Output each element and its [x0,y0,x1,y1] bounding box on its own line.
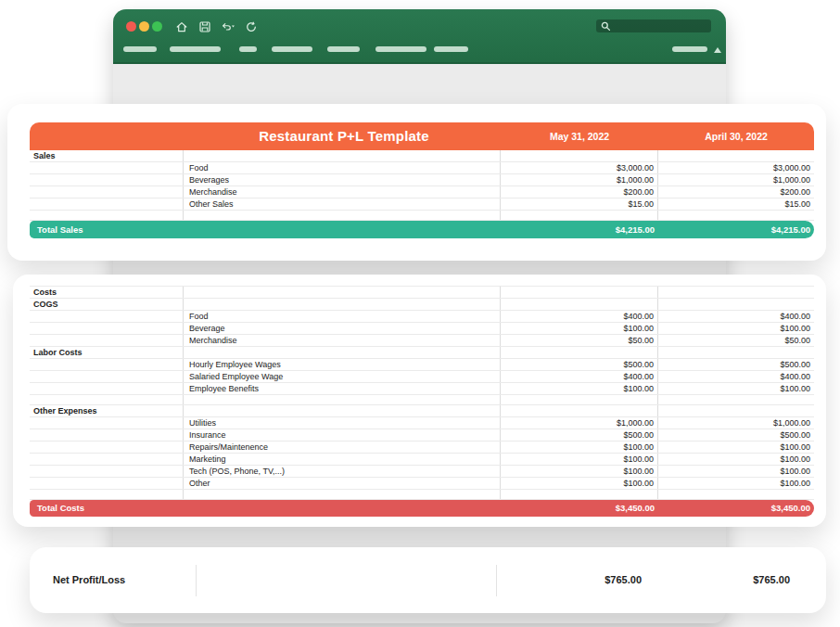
cell-item[interactable]: Salaried Employee Wage [184,371,501,382]
cell-category[interactable] [30,162,184,173]
cell-may-value[interactable]: $100.00 [501,441,658,453]
cell-may-value[interactable]: $200.00 [501,186,658,198]
cell-item[interactable]: Food [184,162,501,173]
cell-item[interactable]: Tech (POS, Phone, TV,...) [184,466,501,477]
spreadsheet-row[interactable]: Beverages$1,000.00$1,000.00 [30,174,814,186]
cell-item[interactable]: Insurance [184,429,501,441]
cell-may-value[interactable]: $100.00 [501,383,658,394]
total-costs-row[interactable]: Total Costs $3,450.00 $3,450.00 [30,500,814,517]
spreadsheet-row[interactable]: Other Expenses [30,405,814,417]
cell-category[interactable] [30,429,184,441]
cell-item[interactable] [184,347,501,358]
cell-category[interactable] [30,383,184,394]
cell-april-value[interactable] [658,299,814,310]
cell-item[interactable] [184,490,501,499]
cell-category[interactable] [30,478,184,489]
cell-april-value[interactable]: $100.00 [658,466,814,477]
cell-may-value[interactable] [501,287,658,298]
cell-april-value[interactable]: $100.00 [658,478,814,489]
cell-category[interactable]: Labor Costs [30,347,184,358]
spreadsheet-row[interactable]: Utilities$1,000.00$1,000.00 [30,417,814,429]
cell-may-value[interactable]: $1,000.00 [501,174,658,186]
cell-category[interactable] [30,323,184,334]
net-april-value[interactable]: $765.00 [642,547,790,613]
spreadsheet-row[interactable]: Insurance$500.00$500.00 [30,429,814,441]
cell-item[interactable] [184,150,501,161]
cell-may-value[interactable] [501,490,658,499]
cell-category[interactable] [30,441,184,453]
cell-may-value[interactable]: $100.00 [501,323,658,334]
menu-pill[interactable] [170,46,221,52]
cell-category[interactable]: Costs [30,287,184,298]
cell-may-value[interactable] [501,347,658,358]
cell-item[interactable]: Food [184,311,501,322]
cell-category[interactable] [30,417,184,429]
spreadsheet-row[interactable]: Food$3,000.00$3,000.00 [30,162,814,174]
cell-item[interactable] [184,395,501,404]
spreadsheet-row[interactable]: Sales [30,150,814,162]
spreadsheet-row[interactable]: Tech (POS, Phone, TV,...)$100.00$100.00 [30,466,814,478]
cell-april-value[interactable]: $1,000.00 [658,417,814,429]
cell-april-value[interactable] [658,211,814,220]
cell-may-value[interactable]: $1,000.00 [501,417,658,429]
cell-may-value[interactable]: $3,000.00 [501,162,658,173]
menu-pill[interactable] [672,46,707,52]
cell-may-value[interactable] [501,299,658,310]
cell-may-value[interactable]: $400.00 [501,311,658,322]
net-may-value[interactable]: $765.00 [496,547,642,613]
cell-item[interactable] [184,299,501,310]
cell-item[interactable]: Repairs/Maintenence [184,441,501,453]
close-button[interactable] [126,21,136,32]
cell-category[interactable] [30,490,184,499]
spreadsheet-empty-row[interactable] [30,490,814,500]
spreadsheet-row[interactable]: Employee Benefits$100.00$100.00 [30,383,814,395]
cell-april-value[interactable] [658,395,814,404]
spreadsheet-row[interactable]: Other Sales$15.00$15.00 [30,198,814,211]
cell-may-value[interactable]: $100.00 [501,466,658,477]
cell-category[interactable] [30,454,184,465]
cell-april-value[interactable]: $15.00 [658,198,814,210]
spreadsheet-row[interactable]: Repairs/Maintenence$100.00$100.00 [30,441,814,454]
cell-april-value[interactable]: $100.00 [658,454,814,465]
cell-category[interactable]: Other Expenses [30,405,184,416]
cell-category[interactable]: Sales [30,150,184,161]
cell-category[interactable] [30,174,184,186]
cell-category[interactable] [30,359,184,370]
spreadsheet-row[interactable]: Salaried Employee Wage$400.00$400.00 [30,371,814,383]
spreadsheet-row[interactable]: Costs [30,287,814,299]
spreadsheet-row[interactable]: Beverage$100.00$100.00 [30,323,814,335]
cell-may-value[interactable] [501,211,658,220]
spreadsheet-row[interactable]: Merchandise$50.00$50.00 [30,335,814,347]
cell-may-value[interactable]: $50.00 [501,335,658,346]
cell-april-value[interactable] [658,405,814,416]
cell-item[interactable]: Beverage [184,323,501,334]
menu-pill[interactable] [375,46,426,52]
menu-pill[interactable] [239,46,257,52]
spreadsheet-row[interactable]: Marketing$100.00$100.00 [30,454,814,466]
spreadsheet-row[interactable]: Merchandise$200.00$200.00 [30,186,814,198]
cell-april-value[interactable] [658,347,814,358]
menu-pill[interactable] [327,46,360,52]
spreadsheet-row[interactable]: Hourly Employee Wages$500.00$500.00 [30,359,814,371]
cell-category[interactable] [30,311,184,322]
cell-may-value[interactable] [501,405,658,416]
cell-april-value[interactable]: $100.00 [658,383,814,394]
cell-item[interactable]: Employee Benefits [184,383,501,394]
search-input[interactable] [596,19,711,32]
cell-category[interactable] [30,335,184,346]
cell-april-value[interactable] [658,287,814,298]
menu-pill[interactable] [272,46,312,52]
cell-item[interactable] [184,211,501,220]
cell-may-value[interactable] [501,150,658,161]
cell-may-value[interactable]: $100.00 [501,478,658,489]
cell-item[interactable]: Beverages [184,174,501,186]
cell-item[interactable]: Merchandise [184,335,501,346]
cell-item[interactable]: Other Sales [184,198,501,210]
cell-item[interactable]: Utilities [184,417,501,429]
spreadsheet-empty-row[interactable] [30,211,814,221]
redo-icon[interactable] [244,19,259,33]
cell-may-value[interactable]: $15.00 [501,198,658,210]
cell-april-value[interactable]: $500.00 [658,359,814,370]
cell-category[interactable] [30,371,184,382]
cell-may-value[interactable]: $500.00 [501,359,658,370]
